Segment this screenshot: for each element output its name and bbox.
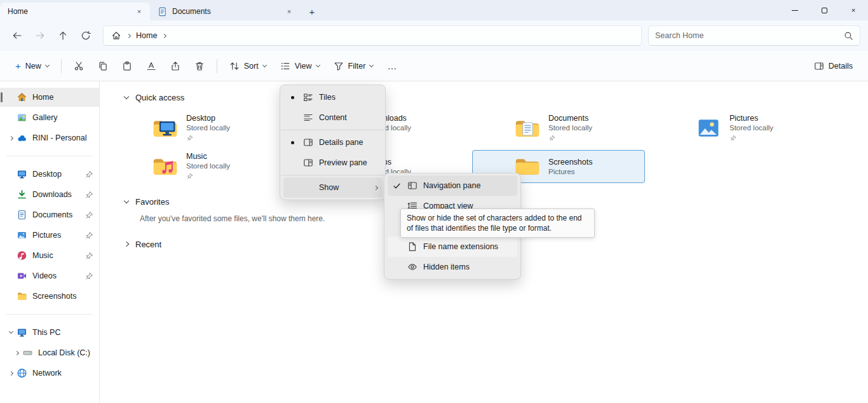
scissors-icon [74, 61, 84, 71]
tile-pictures[interactable]: Pictures Stored locally [653, 112, 826, 145]
new-tab-button[interactable]: + [304, 3, 320, 20]
new-button[interactable]: + New [9, 55, 55, 77]
tile-documents[interactable]: Documents Stored locally [472, 112, 645, 145]
sidebar-item-onedrive[interactable]: RINI - Personal [0, 128, 99, 147]
tab-home[interactable]: Home × [0, 3, 150, 20]
trash-icon [194, 61, 205, 71]
divider [6, 314, 93, 315]
tab-documents[interactable]: Documents × [150, 3, 300, 20]
pin-icon [85, 231, 93, 240]
sidebar-item-videos[interactable]: Videos [0, 266, 99, 285]
chevron-down-icon[interactable] [124, 93, 129, 99]
minimize-button[interactable] [780, 0, 810, 20]
tile-subtitle: Stored locally [548, 123, 592, 132]
chevron-right-icon[interactable] [124, 242, 129, 247]
chevron-down-icon[interactable] [124, 198, 129, 203]
sort-icon [229, 61, 240, 71]
copy-button[interactable] [92, 55, 114, 77]
sidebar-item-screenshots[interactable]: Screenshots [0, 287, 99, 306]
sidebar-item-downloads[interactable]: Downloads [0, 185, 99, 204]
sidebar-item-desktop[interactable]: Desktop [0, 165, 99, 184]
tile-desktop[interactable]: Desktop Stored locally [110, 112, 283, 145]
tiles-icon [303, 92, 313, 102]
search-box[interactable] [648, 25, 860, 46]
menu-item-hidden-items[interactable]: Hidden items [388, 257, 517, 277]
copy-icon [98, 61, 108, 71]
onedrive-icon [17, 133, 27, 143]
tab-close-icon[interactable]: × [283, 6, 295, 17]
more-options-button[interactable]: … [381, 55, 403, 77]
this-pc-icon [17, 327, 27, 338]
desktop-icon [17, 169, 27, 179]
home-icon[interactable] [111, 31, 121, 41]
radio-dot-icon [291, 141, 294, 144]
paste-button[interactable] [116, 55, 139, 77]
refresh-button[interactable] [75, 25, 97, 46]
sidebar-item-home[interactable]: Home [0, 88, 99, 107]
documents-folder-icon [515, 118, 540, 139]
menu-divider [281, 130, 384, 130]
chevron-right-icon [126, 33, 131, 38]
filter-button[interactable]: Filter [327, 55, 380, 77]
sidebar-item-pictures[interactable]: Pictures [0, 226, 99, 245]
delete-button[interactable] [188, 55, 211, 77]
search-input[interactable] [655, 31, 844, 40]
tab-close-icon[interactable]: × [133, 6, 145, 17]
pin-icon [187, 173, 193, 179]
navigation-pane: Home Gallery RINI - Personal Desktop [0, 81, 100, 403]
cut-button[interactable] [67, 55, 90, 77]
plus-icon: + [15, 61, 21, 71]
content-icon [303, 113, 313, 123]
menu-item-content[interactable]: Content [283, 107, 382, 128]
chevron-right-icon [8, 371, 13, 375]
sidebar-item-gallery[interactable]: Gallery [0, 108, 99, 127]
back-button[interactable] [6, 25, 28, 46]
view-button[interactable]: View [274, 55, 326, 77]
videos-icon [17, 271, 27, 281]
menu-item-tiles[interactable]: Tiles [283, 87, 382, 107]
menu-item-file-name-extensions[interactable]: File name extensions [388, 236, 517, 257]
details-pane-icon [303, 137, 313, 147]
chevron-right-icon [162, 33, 166, 38]
tile-name: Pictures [729, 114, 773, 123]
chevron-right-icon [374, 185, 378, 189]
breadcrumb-bar[interactable]: Home [103, 25, 642, 46]
forward-button[interactable] [29, 25, 51, 46]
radio-dot-icon [291, 96, 294, 99]
maximize-button[interactable] [810, 0, 839, 20]
rename-icon [146, 61, 156, 71]
section-quick-access[interactable]: Quick access [100, 90, 868, 104]
sidebar-item-local-disk[interactable]: Local Disk (C:) [0, 343, 99, 362]
breadcrumb-location[interactable]: Home [136, 31, 157, 40]
menu-item-navigation-pane[interactable]: Navigation pane [388, 175, 517, 196]
sidebar-item-music[interactable]: Music [0, 246, 99, 265]
close-button[interactable]: × [839, 0, 868, 20]
sidebar-item-network[interactable]: Network [0, 364, 99, 383]
divider [6, 156, 93, 156]
sidebar-item-documents[interactable]: Documents [0, 205, 99, 224]
pin-icon [85, 211, 93, 219]
tile-name: Screenshots [548, 158, 592, 167]
sort-button[interactable]: Sort [223, 55, 273, 77]
desktop-folder-icon [153, 118, 178, 139]
rename-button[interactable] [140, 55, 163, 77]
chevron-down-icon [8, 329, 13, 334]
command-bar: + New Sort View Filter … [0, 51, 868, 81]
details-pane-button[interactable]: Details [808, 55, 859, 77]
pictures-icon [17, 230, 27, 240]
tile-subtitle: Stored locally [729, 123, 773, 132]
chevron-down-icon [316, 62, 320, 67]
menu-item-preview-pane[interactable]: Preview pane [283, 153, 382, 173]
sidebar-item-this-pc[interactable]: This PC [0, 323, 99, 342]
share-button[interactable] [164, 55, 187, 77]
pin-icon [187, 135, 193, 141]
music-folder-icon [153, 156, 178, 177]
up-button[interactable] [52, 25, 74, 46]
menu-item-show[interactable]: Show [283, 177, 382, 198]
pin-icon [85, 170, 93, 179]
documents-icon [17, 210, 27, 220]
navigation-pane-icon [407, 181, 417, 191]
tile-music[interactable]: Music Stored locally [110, 150, 283, 183]
music-icon [17, 250, 27, 261]
menu-item-details-pane[interactable]: Details pane [283, 132, 382, 153]
